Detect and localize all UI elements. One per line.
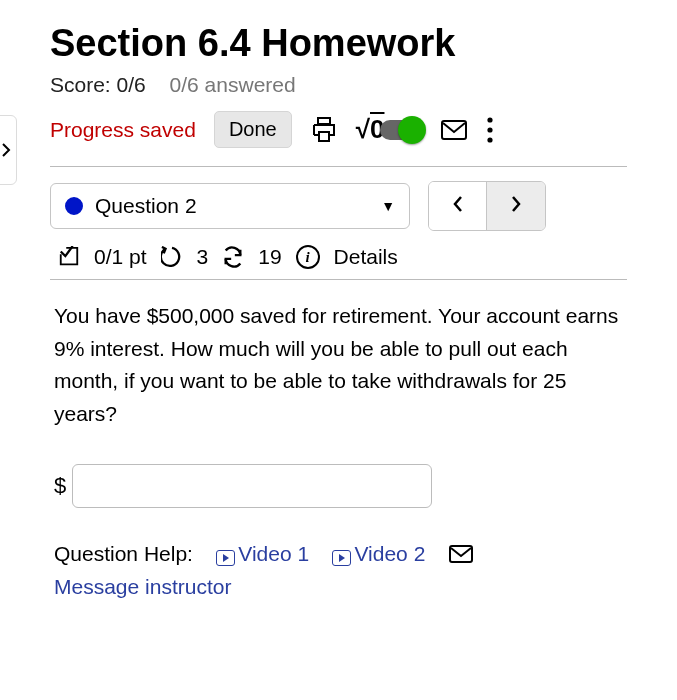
status-dot-icon (65, 197, 83, 215)
regen-icon (222, 246, 244, 268)
next-question-button[interactable] (487, 182, 545, 230)
regen-label: 19 (258, 245, 281, 269)
toggle-switch (380, 120, 422, 140)
currency-prefix: $ (54, 473, 66, 499)
toolbar: Progress saved Done √0 (50, 111, 627, 148)
answered-label: 0/6 answered (170, 73, 296, 96)
svg-point-3 (488, 117, 493, 122)
retry-icon (161, 246, 183, 268)
question-nav: Question 2 ▼ (50, 181, 627, 231)
message-instructor-link[interactable]: Message instructor (54, 571, 623, 604)
chevron-right-icon (1, 143, 11, 157)
help-row: Question Help: Video 1 Video 2 Message i… (54, 538, 623, 603)
score-row: Score: 0/6 0/6 answered (50, 73, 627, 97)
svg-point-5 (488, 137, 493, 142)
nav-buttons (428, 181, 546, 231)
divider (50, 279, 627, 280)
svg-rect-0 (318, 118, 330, 124)
prev-question-button[interactable] (429, 182, 487, 230)
chevron-down-icon: ▼ (381, 198, 395, 214)
question-text: You have $500,000 saved for retirement. … (54, 300, 623, 430)
question-meta: 0/1 pt 3 19 i Details (50, 245, 627, 269)
play-icon (216, 550, 235, 566)
score-label: Score: 0/6 (50, 73, 146, 96)
divider (50, 166, 627, 167)
question-selector[interactable]: Question 2 ▼ (50, 183, 410, 229)
video2-link[interactable]: Video 2 (332, 542, 425, 565)
more-menu-icon[interactable] (486, 116, 494, 144)
svg-rect-6 (450, 546, 472, 562)
message-mail-icon[interactable] (449, 545, 473, 563)
checkbox-icon (58, 246, 80, 268)
current-question-label: Question 2 (95, 194, 197, 218)
chevron-right-icon (509, 195, 523, 213)
retries-label: 3 (197, 245, 209, 269)
video1-link[interactable]: Video 1 (216, 542, 309, 565)
expand-panel-tab[interactable] (0, 115, 17, 185)
points-label: 0/1 pt (94, 245, 147, 269)
answer-row: $ (54, 464, 623, 508)
svg-rect-2 (442, 121, 466, 139)
details-link[interactable]: Details (334, 245, 398, 269)
answer-input[interactable] (72, 464, 432, 508)
chevron-left-icon (451, 195, 465, 213)
info-icon[interactable]: i (296, 245, 320, 269)
svg-rect-1 (319, 132, 329, 141)
help-label: Question Help: (54, 542, 193, 565)
svg-point-4 (488, 127, 493, 132)
mail-icon[interactable] (440, 119, 468, 141)
done-button[interactable]: Done (214, 111, 292, 148)
progress-saved-label: Progress saved (50, 118, 196, 142)
print-icon[interactable] (310, 117, 338, 143)
equation-editor-toggle[interactable]: √0 (356, 114, 423, 145)
page-title: Section 6.4 Homework (50, 22, 627, 65)
play-icon (332, 550, 351, 566)
